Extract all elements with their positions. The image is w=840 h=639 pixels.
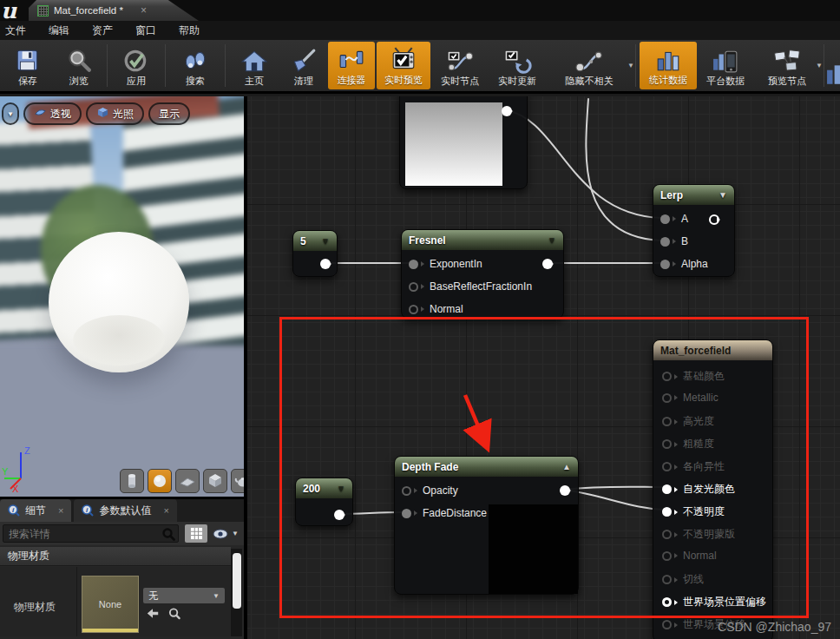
details-tab-1[interactable]: i参数默认值× [74, 499, 176, 522]
toolbar-button-platform-stats[interactable]: 平台数据 [698, 41, 753, 90]
toolbar-button-stats[interactable]: 统计数据 [640, 42, 697, 89]
output-pin[interactable] [542, 259, 554, 269]
toolbar-button-partial[interactable] [827, 41, 840, 90]
preview-shape-sphere[interactable] [148, 469, 172, 493]
toolbar-button-preview-node[interactable]: 预览节点▼ [753, 41, 821, 90]
menu-item-3[interactable]: 窗口 [135, 23, 156, 38]
material-pin-基础颜色[interactable]: 基础颜色 [662, 369, 725, 384]
output-pin[interactable] [320, 259, 331, 269]
svg-text:Z: Z [24, 445, 30, 456]
material-pin-切线[interactable]: 切线 [662, 572, 704, 587]
collapse-icon[interactable]: ▲ [562, 462, 571, 471]
toolbar-button-label: 应用 [127, 75, 146, 88]
collapse-icon[interactable]: ▼ [719, 190, 727, 200]
menu-item-2[interactable]: 资产 [92, 23, 113, 38]
details-tab-0[interactable]: i细节× [0, 499, 71, 522]
graph-node-fresnel[interactable]: Fresnel▼ExponentInBaseReflectFractionInN… [401, 229, 564, 319]
preview-viewport[interactable]: ▼透视光照显示 Z Y X [0, 96, 244, 499]
toolbar-button-clean[interactable]: 清理 [280, 41, 327, 90]
material-pin-自发光颜色[interactable]: 自发光颜色 [662, 482, 735, 497]
viewport-button-显示[interactable]: 显示 [148, 102, 190, 125]
view-options-grid-button[interactable] [185, 524, 207, 543]
node-header[interactable]: Depth Fade▲ [395, 457, 578, 477]
node-pin-row-B[interactable]: B [653, 230, 734, 253]
toolbar-button-live-nodes[interactable]: 实时节点 [431, 41, 489, 90]
menu-item-1[interactable]: 编辑 [49, 23, 69, 38]
preview-shape-plane[interactable] [175, 469, 200, 493]
menu-item-0[interactable]: 文件 [5, 23, 26, 38]
column-splitter[interactable] [76, 567, 77, 636]
platform-stats-icon [711, 48, 740, 74]
toolbar-button-browse[interactable]: 浏览 [54, 41, 104, 90]
toolbar-button-hide-unrelated[interactable]: 隐藏不相关▼ [546, 41, 633, 90]
chevron-down-icon[interactable]: ▼ [816, 62, 823, 69]
output-pin[interactable] [709, 214, 720, 225]
output-pin[interactable] [334, 510, 345, 520]
row-label: 物理材质 [14, 600, 56, 615]
preview-shape-teapot[interactable] [231, 469, 244, 493]
graph-node-200[interactable]: 200▼ [295, 478, 353, 526]
material-pin-Normal[interactable]: Normal [662, 550, 717, 562]
toolbar-button-label: 统计数据 [649, 74, 687, 87]
menu-item-4[interactable]: 帮助 [179, 23, 200, 38]
graph-node-5[interactable]: 5▼ [292, 230, 338, 277]
asset-tab[interactable]: Mat_forcefield * × [29, 0, 199, 21]
toolbar-button-apply[interactable]: 应用 [110, 41, 162, 90]
material-pin-各向异性[interactable]: 各向异性 [662, 459, 725, 474]
node-pin-row-Opacity[interactable]: Opacity [395, 479, 578, 502]
preview-shape-cube[interactable] [203, 469, 227, 493]
viewport-options-button[interactable]: ▼ [2, 102, 19, 125]
collapse-icon[interactable]: ▼ [321, 236, 330, 246]
toolbar-button-save[interactable]: 保存 [2, 41, 54, 90]
graph-node-depth-fade[interactable]: Depth Fade▲OpacityFadeDistance [394, 456, 579, 595]
visibility-filter-button[interactable]: ▼ [212, 524, 243, 543]
toolbar-button-search[interactable]: 搜索 [168, 41, 222, 90]
viewport-button-透视[interactable]: 透视 [23, 102, 82, 125]
toolbar-button-label: 实时更新 [498, 75, 536, 88]
physical-material-dropdown[interactable]: 无 ▼ [143, 588, 225, 603]
collapse-icon[interactable]: ▼ [548, 235, 556, 245]
toolbar-separator [165, 44, 166, 87]
category-header[interactable]: 物理材质 [0, 547, 231, 566]
perspective-icon [34, 107, 47, 121]
node-header[interactable]: Fresnel▼ [402, 230, 563, 250]
preview-shape-cylinder[interactable] [120, 469, 144, 493]
node-header[interactable]: Mat_forcefield [653, 340, 772, 360]
collapse-icon[interactable]: ▼ [337, 484, 345, 493]
material-pin-Metallic[interactable]: Metallic [662, 392, 719, 404]
search-input[interactable] [3, 528, 151, 540]
output-pin[interactable] [560, 485, 571, 496]
graph-node-texture-sample-preview-node[interactable] [399, 96, 528, 189]
close-icon[interactable]: × [141, 4, 147, 16]
material-pin-粗糙度[interactable]: 粗糙度 [662, 437, 714, 451]
node-pin-row-A[interactable]: A [653, 208, 734, 230]
material-pin-世界场景位置偏移[interactable]: 世界场景位置偏移 [662, 595, 766, 609]
browse-to-asset-icon[interactable] [167, 607, 181, 620]
node-pin-row-ExponentIn[interactable]: ExponentIn [402, 253, 563, 275]
material-pin-不透明蒙版[interactable]: 不透明蒙版 [662, 527, 735, 542]
toolbar-button-connector[interactable]: 连接器 [328, 42, 375, 89]
toolbar-button-home[interactable]: 主页 [228, 41, 280, 90]
chevron-down-icon[interactable]: ▼ [627, 62, 634, 69]
toolbar-button-live-preview[interactable]: 实时预览 [377, 42, 430, 89]
use-selected-arrow-icon[interactable] [146, 607, 160, 620]
node-pin-row-Alpha[interactable]: Alpha [653, 253, 734, 275]
close-icon[interactable]: × [163, 505, 168, 516]
node-pin-row-BaseReflectFractionIn[interactable]: BaseReflectFractionIn [402, 275, 563, 298]
material-node-graph[interactable]: CSDN @Zhichao_97 5▼Fresnel▼ExponentInBas… [247, 96, 840, 639]
material-pin-不透明度[interactable]: 不透明度 [662, 504, 725, 519]
node-header[interactable]: 200▼ [296, 478, 352, 498]
toolbar-button-live-update[interactable]: 实时更新 [489, 41, 546, 90]
node-pin-row-Normal[interactable]: Normal [402, 298, 563, 320]
scrollbar-thumb[interactable] [233, 553, 241, 609]
node-header[interactable]: Lerp▼ [653, 185, 734, 205]
output-pin[interactable] [502, 106, 513, 116]
physical-material-thumbnail[interactable]: None [82, 576, 139, 633]
viewport-button-光照[interactable]: 光照 [86, 102, 144, 125]
scrollbar-track[interactable] [231, 549, 242, 636]
close-icon[interactable]: × [58, 505, 63, 516]
graph-node-lerp[interactable]: Lerp▼ABAlpha [653, 184, 735, 277]
material-pin-高光度[interactable]: 高光度 [662, 414, 714, 429]
graph-node-mat_forcefield[interactable]: Mat_forcefield基础颜色Metallic高光度粗糙度各向异性自发光颜… [653, 339, 773, 639]
node-header[interactable]: 5▼ [293, 231, 337, 251]
